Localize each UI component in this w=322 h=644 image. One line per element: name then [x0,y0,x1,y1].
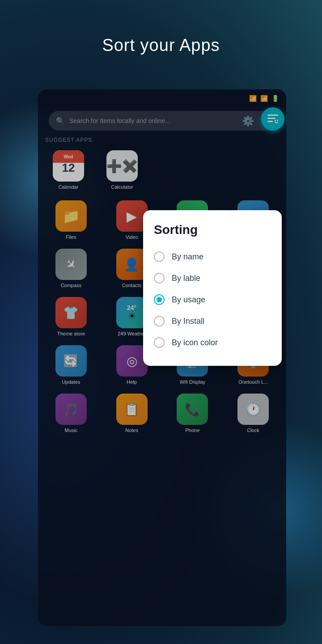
radio-inner-by-usage [157,297,162,302]
sort-option-by-icon-color[interactable]: By icon color [154,332,271,353]
radio-by-name[interactable] [154,251,165,262]
phone-frame: 📶 📶 🔋 🔍 Search for Items locally and onl… [38,89,286,626]
sort-label-by-install: By Install [172,317,204,326]
sort-modal: Sorting By name By lable By usage By Ins… [143,210,282,366]
sort-modal-title: Sorting [154,223,271,237]
radio-by-lable[interactable] [154,273,165,284]
sort-option-by-install[interactable]: By Install [154,310,271,332]
sort-label-by-lable: By lable [172,274,200,283]
radio-by-icon-color[interactable] [154,337,165,348]
sort-option-by-usage[interactable]: By usage [154,289,271,310]
sort-option-by-lable[interactable]: By lable [154,267,271,289]
sort-option-by-name[interactable]: By name [154,246,271,267]
sort-label-by-name: By name [172,252,203,262]
sort-label-by-icon-color: By icon color [172,338,218,347]
page-title: Sort your Apps [0,36,322,55]
radio-by-usage[interactable] [154,294,165,305]
sort-label-by-usage: By usage [172,295,205,305]
radio-by-install[interactable] [154,316,165,326]
